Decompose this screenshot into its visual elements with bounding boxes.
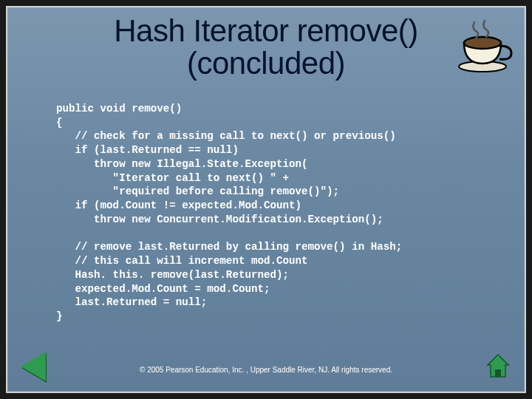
code-line: expected.Mod.Count = mod.Count; xyxy=(56,283,270,295)
code-line: if (mod.Count != expected.Mod.Count) xyxy=(56,200,301,211)
code-line: Hash. this. remove(last.Returned); xyxy=(56,269,289,281)
code-line: "required before calling remove()"); xyxy=(56,185,339,197)
code-line: last.Returned = null; xyxy=(56,296,207,308)
code-line: if (last.Returned == null) xyxy=(56,144,239,156)
code-line: { xyxy=(56,117,63,129)
prev-arrow-icon xyxy=(21,352,46,381)
home-icon xyxy=(486,353,510,378)
code-line: // remove last.Returned by calling remov… xyxy=(56,241,402,253)
code-line: public void remove() xyxy=(56,103,182,115)
next-home-nav xyxy=(486,353,511,381)
code-line: // this call will increment mod.Count xyxy=(56,255,308,267)
home-button[interactable] xyxy=(486,353,510,381)
slide-title: Hash Iterator remove() (concluded) xyxy=(7,7,525,80)
title-line-1: Hash Iterator remove() xyxy=(114,13,417,48)
code-line: "Iterator call to next() " + xyxy=(56,172,289,184)
code-line: } xyxy=(56,310,63,322)
prev-slide-button[interactable] xyxy=(21,352,46,381)
teacup-icon xyxy=(451,18,514,75)
code-block: public void remove() { // check for a mi… xyxy=(56,102,495,324)
svg-point-1 xyxy=(464,37,501,49)
code-line: throw new Concurrent.Modification.Except… xyxy=(56,214,383,225)
slide-container: Hash Iterator remove() (concluded) publi… xyxy=(6,6,526,393)
svg-rect-3 xyxy=(495,369,501,377)
code-line: throw new Illegal.State.Exception( xyxy=(56,158,308,170)
code-line: // check for a missing call to next() or… xyxy=(56,130,396,142)
copyright-footer: © 2005 Pearson Education, Inc. , Upper S… xyxy=(7,366,525,374)
title-line-2: (concluded) xyxy=(187,46,345,81)
